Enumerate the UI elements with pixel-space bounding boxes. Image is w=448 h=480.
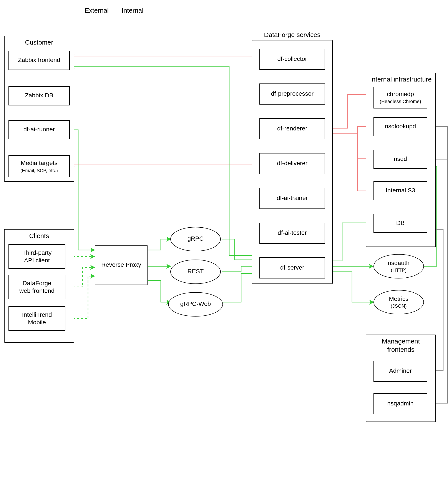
node-chromedp-label: chromedp bbox=[387, 91, 414, 97]
node-intellitrend-mobile bbox=[9, 307, 65, 331]
node-chromedp bbox=[374, 87, 427, 108]
node-grpc-web-label: gRPC-Web bbox=[180, 300, 211, 307]
node-df-web-frontend-sublabel: web frontend bbox=[19, 287, 55, 294]
edge-server-to-zabbix-frontend bbox=[70, 66, 260, 255]
edge-proxy-to-grpcweb bbox=[148, 280, 171, 302]
node-grpc-label: gRPC bbox=[187, 235, 204, 242]
node-third-party-api-sublabel: API client bbox=[24, 257, 50, 264]
node-df-preprocessor-label: df-preprocessor bbox=[271, 90, 314, 97]
group-mgmt-title-2: frontends bbox=[387, 346, 414, 353]
node-nsqauth-label: nsqauth bbox=[388, 260, 410, 266]
node-df-ai-trainer-label: df-ai-trainer bbox=[276, 195, 308, 201]
node-intellitrend-mobile-label: IntelliTrend bbox=[22, 311, 52, 318]
node-zabbix-db-label: Zabbix DB bbox=[25, 92, 54, 99]
node-nsqd-label: nsqd bbox=[394, 155, 407, 162]
node-nsqauth-sublabel: (HTTP) bbox=[391, 267, 407, 273]
zone-internal-label: Internal bbox=[122, 7, 143, 14]
group-dataforge-title: DataForge services bbox=[264, 31, 320, 38]
node-df-ai-runner-label: df-ai-runner bbox=[23, 126, 55, 133]
node-third-party-api-label: Third-party bbox=[22, 249, 51, 256]
node-media-targets-sublabel: (Email, SCP, etc.) bbox=[21, 168, 58, 173]
node-metrics-sublabel: (JSON) bbox=[391, 303, 407, 309]
edge-proxy-to-grpc bbox=[148, 239, 171, 250]
node-metrics-label: Metrics bbox=[389, 296, 408, 302]
node-db-label: DB bbox=[396, 219, 405, 226]
node-reverse-proxy-label: Reverse Proxy bbox=[101, 261, 141, 268]
node-df-renderer-label: df-renderer bbox=[277, 125, 307, 132]
node-df-web-frontend bbox=[9, 275, 65, 299]
node-rest-label: REST bbox=[187, 268, 204, 275]
node-nsqlookupd-label: nsqlookupd bbox=[385, 123, 416, 130]
node-df-web-frontend-label: DataForge bbox=[23, 280, 51, 287]
group-mgmt-title-1: Management bbox=[382, 338, 420, 345]
architecture-diagram: External Internal Customer Zabbix fronte… bbox=[0, 0, 448, 480]
node-adminer-label: Adminer bbox=[389, 367, 412, 374]
node-media-targets-label: Media targets bbox=[21, 160, 58, 166]
node-nsqadmin-label: nsqadmin bbox=[387, 400, 414, 407]
node-df-server-label: df-server bbox=[280, 264, 304, 271]
node-internal-s3-label: Internal S3 bbox=[386, 187, 415, 194]
node-df-ai-tester-label: df-ai-tester bbox=[278, 229, 307, 236]
group-infra-title: Internal infrastructure bbox=[370, 76, 432, 83]
node-df-deliverer-label: df-deliverer bbox=[277, 160, 307, 167]
node-intellitrend-mobile-sublabel: Mobile bbox=[28, 319, 46, 326]
node-zabbix-frontend-label: Zabbix frontend bbox=[18, 56, 60, 63]
group-customer-title: Customer bbox=[25, 39, 53, 46]
node-chromedp-sublabel: (Headless Chrome) bbox=[380, 99, 421, 104]
node-df-collector-label: df-collector bbox=[277, 56, 307, 62]
node-third-party-api bbox=[9, 245, 65, 268]
zone-external-label: External bbox=[85, 7, 109, 14]
group-clients-title: Clients bbox=[29, 232, 49, 239]
